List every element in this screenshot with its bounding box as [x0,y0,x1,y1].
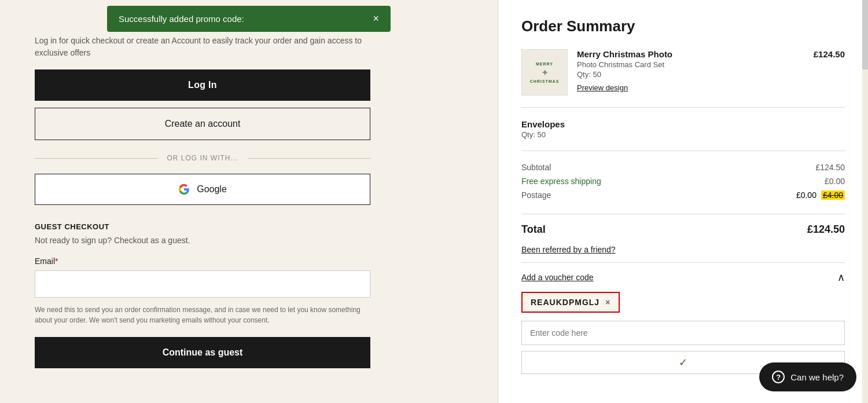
google-icon [178,184,190,195]
preview-design-link[interactable]: Preview design [577,83,628,92]
shipping-row: Free express shipping £0.00 [521,177,845,186]
voucher-header[interactable]: Add a voucher code ∧ [521,271,845,284]
shipping-label: Free express shipping [521,177,601,186]
left-panel: Successfully added promo code: × Log in … [0,0,498,403]
total-label: Total [521,224,546,236]
continue-as-guest-button[interactable]: Continue as guest [35,337,370,368]
postage-new-value: £0.00 [796,190,816,200]
chevron-up-icon: ∧ [837,271,845,284]
product-image-star: ✦ [541,67,549,78]
login-button[interactable]: Log In [35,69,370,101]
postage-value-container: £0.00 £4.00 [796,190,845,200]
envelope-qty: Qty: 50 [521,130,845,139]
subtotal-label: Subtotal [521,163,551,172]
promo-banner-text: Successfully added promo code: [119,14,244,24]
promo-banner-close[interactable]: × [373,13,379,25]
google-login-button[interactable]: Google [35,174,370,205]
cost-rows: Subtotal £124.50 Free express shipping £… [521,163,845,214]
email-helper-text: We need this to send you an order confir… [35,305,370,325]
product-image-christmas: CHRISTMAS [530,79,560,83]
product-image: MERRY ✦ CHRISTMAS [521,49,568,96]
checkmark-icon: ✓ [679,356,687,369]
product-image-merry: MERRY [536,62,553,66]
product-row: MERRY ✦ CHRISTMAS Merry Christmas Photo … [521,49,845,108]
voucher-header-text: Add a voucher code [521,273,594,282]
product-price: £124.50 [814,49,845,96]
promo-banner: Successfully added promo code: × [107,6,391,32]
product-name: Merry Christmas Photo [577,49,804,59]
total-value: £124.50 [807,224,845,236]
email-label: Email* [35,257,370,266]
or-divider: OR LOG IN WITH... [35,154,370,162]
guest-section-title: GUEST CHECKOUT [35,222,370,231]
help-button-label: Can we help? [790,372,844,382]
help-button[interactable]: ? Can we help? [759,362,856,391]
help-icon: ? [772,371,785,383]
applied-promo-code: REAUKDPMGLJ [531,298,599,307]
voucher-section: Add a voucher code ∧ REAUKDPMGLJ × ✓ [521,262,845,374]
or-divider-text: OR LOG IN WITH... [158,154,248,162]
scrollbar-thumb[interactable] [862,0,868,69]
required-marker: * [55,257,58,266]
guest-section: GUEST CHECKOUT Not ready to sign up? Che… [35,222,370,368]
top-description: Log in for quick checkout or create an A… [35,35,370,59]
remove-promo-button[interactable]: × [605,298,610,307]
email-input[interactable] [35,270,370,298]
referred-link[interactable]: Been referred by a friend? [521,245,845,254]
postage-original-value: £4.00 [821,190,845,200]
product-info: Merry Christmas Photo Photo Christmas Ca… [577,49,804,96]
guest-section-subtitle: Not ready to sign up? Checkout as a gues… [35,236,370,245]
voucher-code-input[interactable] [521,321,845,345]
right-panel: Order Summary MERRY ✦ CHRISTMAS Merry Ch… [498,0,868,403]
google-button-label: Google [197,184,227,195]
envelope-row: Envelopes Qty: 50 [521,119,845,151]
subtotal-value: £124.50 [815,163,845,172]
scrollbar-track[interactable] [862,0,868,403]
applied-promo-tag: REAUKDPMGLJ × [521,292,620,313]
shipping-value: £0.00 [825,177,845,186]
create-account-button[interactable]: Create an account [35,108,370,140]
postage-label: Postage [521,190,551,200]
product-qty: Qty: 50 [577,70,804,79]
total-row: Total £124.50 [521,224,845,236]
postage-row: Postage £0.00 £4.00 [521,190,845,200]
order-summary-title: Order Summary [521,17,845,35]
envelope-name: Envelopes [521,119,845,129]
subtotal-row: Subtotal £124.50 [521,163,845,172]
product-type: Photo Christmas Card Set [577,60,804,69]
